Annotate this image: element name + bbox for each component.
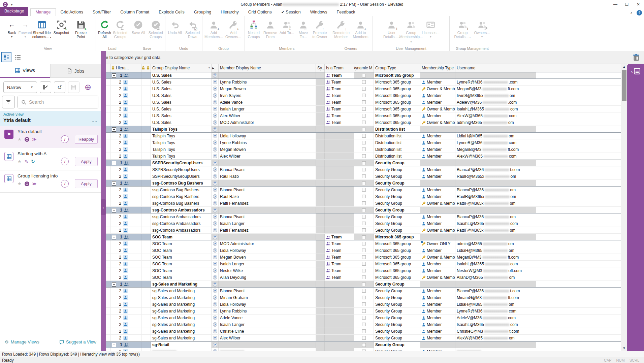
cell-group-type[interactable]: Microsoft 365 group (374, 267, 420, 274)
member-row[interactable]: 2SOC Team?Allan DeyoungTeamMicrosoft 365… (106, 274, 621, 281)
column-header-user[interactable]: Username (455, 64, 536, 72)
question-icon[interactable]: ? (213, 255, 217, 259)
cell-member-display-name[interactable]: Lynne Robbins (219, 139, 316, 146)
group-details-button[interactable]: iGroup Details... ▾ (453, 18, 472, 39)
cell-group-type[interactable]: Microsoft 365 group (374, 261, 420, 267)
member-row[interactable]: 2sg-Sales and Marketing?Miriam GrahamSec… (106, 294, 621, 301)
cell-group-type[interactable]: Microsoft 365 group (374, 92, 420, 99)
cell-group-type[interactable]: Security Group (374, 281, 420, 287)
cell-membership-type[interactable]: Member (420, 166, 455, 173)
save-all-button[interactable]: Save All (130, 18, 147, 35)
cell-membership-type[interactable]: Member (420, 308, 455, 314)
column-header-goto[interactable]: ▸... (212, 64, 219, 72)
cell-goto[interactable]: ? (212, 99, 219, 105)
collapse-toggle[interactable]: − (112, 343, 116, 347)
tab-windows[interactable]: Windows (305, 9, 332, 16)
cell-group-type[interactable]: Security Group (374, 207, 420, 213)
checkbox[interactable] (362, 336, 366, 340)
question-icon[interactable]: ? (213, 93, 217, 98)
cell-member-display-name[interactable] (219, 126, 316, 132)
cell-goto[interactable]: ? (212, 308, 219, 314)
collapse-toggle[interactable]: − (112, 235, 116, 239)
cell-group-display-name[interactable]: sg-Sales and Marketing (151, 294, 212, 301)
question-icon[interactable]: ? (213, 235, 217, 239)
user-details-button[interactable]: iUser Details... ▾ (382, 18, 401, 39)
help-icon[interactable]: ? (637, 10, 642, 15)
cell-goto[interactable]: ? (212, 281, 219, 287)
cell-dynamic-membership[interactable] (354, 160, 374, 166)
cell-dynamic-membership[interactable] (354, 139, 374, 146)
cell-group-display-name[interactable]: Tailspin Toys (151, 133, 212, 139)
member-row[interactable]: 2U.S. Sales?Alex WilberTeamMicrosoft 365… (106, 112, 621, 119)
checkbox[interactable] (362, 296, 366, 299)
cell-group-display-name[interactable]: SSPRSecurityGroupUsers (151, 166, 212, 173)
cell-username[interactable]: BiancaP@M36xxxxxxxxxxxxom (455, 187, 536, 193)
cell-goto[interactable]: ? (212, 180, 219, 186)
cell-group-type[interactable]: Security Group (374, 315, 420, 321)
cell-member-display-name[interactable]: Patti Fernandez (219, 200, 316, 206)
cell-dynamic-membership[interactable] (354, 99, 374, 105)
cell-group-display-name[interactable]: U.S. Sales (151, 119, 212, 126)
column-header-hier[interactable]: Hiera... (110, 64, 141, 72)
cell-group-display-name[interactable]: SOC Team (151, 247, 212, 254)
question-icon[interactable]: ? (213, 87, 217, 91)
question-icon[interactable]: ? (213, 214, 217, 219)
member-row[interactable]: 2sg-Sales and Marketing?Lynne RobbinsSec… (106, 308, 621, 315)
member-row[interactable]: 2Tailspin Toys?Alex WilberDistribution l… (106, 153, 621, 160)
cell-is-a-team[interactable] (325, 308, 354, 314)
cell-is-a-team[interactable] (325, 301, 354, 307)
cell-username[interactable] (455, 180, 536, 186)
flat-view-button[interactable] (12, 52, 23, 62)
cell-group-display-name[interactable]: U.S. Sales (151, 72, 212, 78)
cell-goto[interactable]: ? (212, 207, 219, 213)
cell-username[interactable]: AlexW@M365xxxxxxxxxxxxcom (455, 153, 536, 159)
checkbox[interactable] (362, 107, 366, 111)
cell-username[interactable]: AdeleV@M36xxxxxxxxxxxxcom (455, 315, 536, 321)
cell-group-type[interactable]: Microsoft 365 group (374, 247, 420, 254)
cell-member-display-name[interactable]: Lidia Holloway (219, 247, 316, 254)
question-icon[interactable]: ? (213, 134, 217, 138)
column-header-gdn[interactable]: Group Display Name▾ (151, 64, 212, 72)
cell-group-display-name[interactable]: sg-Sales and Marketing (151, 335, 212, 341)
cell-is-a-team[interactable]: Team (325, 79, 354, 85)
question-icon[interactable]: ? (213, 188, 217, 192)
cell-goto[interactable]: ? (212, 321, 219, 328)
cell-username[interactable]: AdeleV@M36xxxxxxxxxxxx.com (455, 99, 536, 105)
snapshot-button[interactable]: +Snapshot (52, 18, 71, 35)
star-icon[interactable]: ★ (18, 137, 22, 142)
cell-group-type[interactable]: Security Group (374, 200, 420, 206)
cell-is-a-team[interactable]: Team (325, 92, 354, 99)
cell-goto[interactable]: ? (212, 301, 219, 307)
cell-dynamic-membership[interactable] (354, 281, 374, 287)
column-header-a[interactable]: ( (141, 64, 146, 72)
checkbox[interactable] (362, 188, 366, 192)
licenses-button[interactable]: Licenses...▾ (421, 18, 441, 39)
cell-goto[interactable]: ? (212, 220, 219, 227)
cell-goto[interactable]: ? (212, 153, 219, 159)
group-header-row[interactable]: −1sg-Retail?Security Group (106, 341, 621, 348)
cell-is-a-team[interactable] (325, 200, 354, 206)
cell-member-display-name[interactable]: Lidia Holloway (219, 301, 316, 307)
question-icon[interactable]: ? (213, 201, 217, 205)
cell-is-a-team[interactable]: Team (325, 247, 354, 254)
cell-membership-type[interactable]: Member (420, 99, 455, 105)
cell-goto[interactable]: ? (212, 92, 219, 99)
checkbox[interactable] (362, 87, 366, 91)
cell-group-display-name[interactable]: ssg-Contoso Ambassadors (151, 213, 212, 220)
cell-dynamic-membership[interactable] (354, 187, 374, 193)
cell-username[interactable]: LynneR@M36xxxxxxxxxxxx.com (455, 79, 536, 85)
cell-group-display-name[interactable]: SOC Team (151, 261, 212, 267)
scroll-up-icon[interactable]: ▲ (621, 64, 627, 69)
question-icon[interactable]: ? (213, 275, 217, 279)
cell-is-a-team[interactable] (325, 335, 354, 341)
checkbox[interactable] (362, 168, 366, 171)
cell-is-a-team[interactable] (325, 281, 354, 287)
cell-membership-type[interactable]: Member (420, 92, 455, 99)
cell-username[interactable] (455, 72, 536, 78)
cell-membership-type[interactable]: Owner & Member (420, 274, 455, 280)
question-icon[interactable]: ? (213, 322, 217, 327)
cell-group-type[interactable]: Security Group (374, 166, 420, 173)
revert-button[interactable]: ↺ (54, 81, 65, 93)
cell-username[interactable] (455, 126, 536, 132)
cell-goto[interactable]: ? (212, 274, 219, 280)
